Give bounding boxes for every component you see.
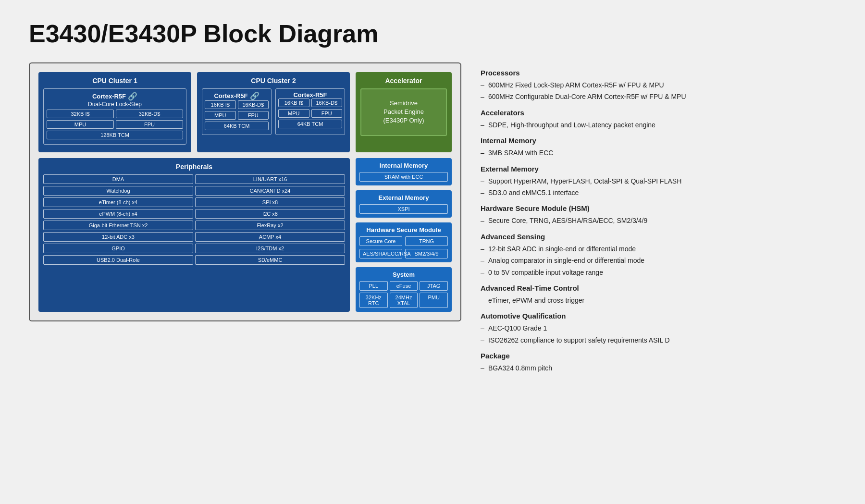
cluster2-core1-label: Cortex-R5F 🔗 [205, 91, 269, 100]
spec-section-title: Hardware Secure Module (HSM) [481, 203, 836, 214]
c1-cache-d: 16KB-D$ [238, 100, 269, 109]
cpu-cluster-2: CPU Cluster 2 Cortex-R5F 🔗 16KB I$ 16KB-… [197, 72, 350, 152]
cluster2-core2-label: Cortex-R5F [278, 91, 342, 98]
spec-item: 600MHz Configurable Dual-Core ARM Cortex… [481, 91, 836, 102]
external-memory-box: External Memory XSPI [356, 190, 452, 218]
periph-etimer: eTimer (8-ch) x4 [43, 197, 193, 207]
external-memory-title: External Memory [359, 194, 448, 201]
cluster2-core1-name: Cortex-R5F [214, 92, 247, 99]
accelerator-line2: Packet Engine [383, 108, 424, 115]
link-icon-1: 🔗 [128, 92, 137, 101]
system-jtag: JTAG [420, 281, 448, 291]
spec-item: 0 to 5V compatible input voltage range [481, 267, 836, 278]
periph-watchdog: Watchdog [43, 186, 193, 196]
internal-memory-title: Internal Memory [359, 162, 448, 169]
spec-item: AEC-Q100 Grade 1 [481, 323, 836, 333]
c2-cache-row: 16KB I$ 16KB-D$ [278, 98, 342, 107]
peripherals-grid: DMA LIN/UART x16 Watchdog CAN/CANFD x24 … [43, 174, 345, 265]
accelerator-line1: Semidrive [390, 99, 418, 107]
specs-panel: Processors600MHz Fixed Lock-Step ARM Cor… [481, 62, 836, 374]
cluster1-cache-d: 32KB-D$ [116, 110, 183, 118]
cluster2-core2-name: Cortex-R5F [293, 91, 327, 98]
spec-item: 3MB SRAM with ECC [481, 148, 836, 158]
cluster2-title: CPU Cluster 2 [202, 77, 345, 85]
link-icon-2a: 🔗 [250, 91, 260, 100]
c2-mpu-fpu-row: MPU FPU [278, 109, 342, 118]
cluster2-core2: Cortex-R5F 16KB I$ 16KB-D$ MPU FPU 64KB … [275, 88, 345, 135]
periph-spi: SPI x8 [195, 197, 345, 207]
page-title: E3430/E3430P Block Diagram [29, 19, 836, 48]
accelerator-content: Semidrive Packet Engine (E3430P Only) [360, 88, 447, 136]
spec-item: eTimer, ePWM and cross trigger [481, 295, 836, 306]
periph-gpio: GPIO [43, 244, 193, 253]
system-efuse: eFuse [390, 281, 418, 291]
peripherals-title: Peripherals [43, 163, 345, 171]
hsm-secure-core: Secure Core [359, 236, 402, 246]
cluster1-tcm: 128KB TCM [47, 131, 183, 139]
periph-canfd: CAN/CANFD x24 [195, 186, 345, 196]
block-diagram: CPU Cluster 1 Cortex-R5F 🔗 Dual-Core Loc… [29, 62, 461, 321]
cluster1-cortex-name: Cortex-R5F [92, 93, 126, 100]
c1-mpu-fpu-row: MPU FPU [205, 111, 269, 120]
cluster1-title: CPU Cluster 1 [43, 77, 186, 85]
c1-tcm: 64KB TCM [205, 122, 269, 130]
hsm-aes: AES/SHA/ECC/RSA [359, 249, 402, 258]
cluster1-cortex-label: Cortex-R5F 🔗 [47, 92, 183, 101]
internal-memory-items: SRAM with ECC [359, 172, 448, 182]
system-rtc: 32KHz RTC [359, 293, 388, 308]
hsm-title: Hardware Secure Module [359, 226, 448, 234]
c1-cache-row: 16KB I$ 16KB-D$ [205, 100, 269, 109]
periph-sdemmc: SD/eMMC [195, 255, 345, 265]
periph-epwm: ePWM (8-ch) x4 [43, 209, 193, 219]
spec-section-title: Accelerators [481, 107, 836, 119]
spec-section-title: Automotive Qualification [481, 310, 836, 322]
c2-fpu: FPU [311, 109, 343, 118]
bottom-row: Peripherals DMA LIN/UART x16 Watchdog CA… [38, 158, 452, 312]
periph-usb: USB2.0 Dual-Role [43, 255, 193, 265]
spec-item: BGA324 0.8mm pitch [481, 363, 836, 373]
cluster1-dual-core: Dual-Core Lock-Step [47, 101, 183, 108]
periph-dma: DMA [43, 174, 193, 184]
c2-cache-d: 16KB-D$ [311, 98, 343, 107]
c2-cache-i: 16KB I$ [278, 98, 309, 107]
hsm-trng: TRNG [405, 236, 448, 246]
cluster2-sub-cores: Cortex-R5F 🔗 16KB I$ 16KB-D$ MPU FPU 64K… [202, 88, 345, 135]
spec-item: Support HyperRAM, HyperFLASH, Octal-SPI … [481, 176, 836, 186]
system-box: System PLL eFuse JTAG 32KHz RTC 24MHz XT… [356, 267, 452, 312]
c2-mpu: MPU [278, 109, 309, 118]
system-pmu: PMU [420, 293, 448, 308]
spec-section-title: Processors [481, 67, 836, 79]
spec-item: 12-bit SAR ADC in single-end or differen… [481, 244, 836, 254]
spec-section-title: Internal Memory [481, 135, 836, 147]
hsm-sm: SM2/3/4/9 [405, 249, 448, 258]
cluster1-cache-row: 32KB I$ 32KB-D$ [47, 110, 183, 118]
hsm-box: Hardware Secure Module Secure Core TRNG … [356, 222, 452, 262]
c1-mpu: MPU [205, 111, 236, 120]
system-title: System [359, 271, 448, 278]
c1-fpu: FPU [238, 111, 269, 120]
main-layout: CPU Cluster 1 Cortex-R5F 🔗 Dual-Core Loc… [29, 62, 836, 374]
spec-section-title: Advanced Real-Time Control [481, 283, 836, 294]
spec-item: 600MHz Fixed Lock-Step ARM Cortex-R5F w/… [481, 80, 836, 90]
cluster1-mpu: MPU [47, 120, 114, 129]
cluster2-core1: Cortex-R5F 🔗 16KB I$ 16KB-D$ MPU FPU 64K… [202, 88, 272, 135]
system-pll: PLL [359, 281, 388, 291]
spec-item: Secure Core, TRNG, AES/SHA/RSA/ECC, SM2/… [481, 215, 836, 226]
periph-adc: 12-bit ADC x3 [43, 232, 193, 242]
spec-section-title: Advanced Sensing [481, 231, 836, 243]
accelerator-title: Accelerator [360, 77, 447, 85]
system-grid: PLL eFuse JTAG 32KHz RTC 24MHz XTAL PMU [359, 281, 448, 308]
sram-ecc: SRAM with ECC [359, 172, 448, 182]
spec-item: Analog comparator in single-end or diffe… [481, 255, 836, 266]
spec-item: SDPE, High-throughput and Low-Latency pa… [481, 120, 836, 130]
system-xtal: 24MHz XTAL [390, 293, 418, 308]
cluster1-cortex-outer: Cortex-R5F 🔗 Dual-Core Lock-Step 32KB I$… [43, 88, 186, 145]
right-column: Internal Memory SRAM with ECC External M… [356, 158, 452, 312]
xspi: XSPI [359, 204, 448, 214]
cluster1-mpu-fpu-row: MPU FPU [47, 120, 183, 129]
periph-i2c: I2C x8 [195, 209, 345, 219]
cluster1-cache-i: 32KB I$ [47, 110, 114, 118]
spec-item: SD3.0 and eMMC5.1 interface [481, 187, 836, 198]
periph-linuart: LIN/UART x16 [195, 174, 345, 184]
c2-tcm: 64KB TCM [278, 120, 342, 128]
